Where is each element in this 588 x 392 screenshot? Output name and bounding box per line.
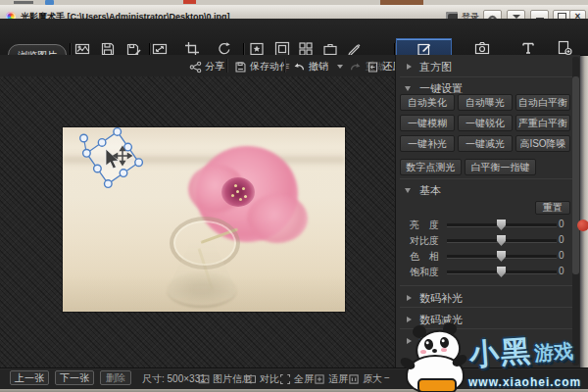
slider-contrast-handle[interactable] [497, 235, 506, 246]
flower-stamens [236, 190, 239, 193]
onekey-blur-button[interactable]: 一键模糊 [400, 115, 455, 131]
main-toolbar: 浏览图片 打开 保存 另存 尺寸 裁剪 旋转 素材 [0, 19, 588, 56]
restore-icon [367, 61, 379, 74]
onekey-dimlight-label: 一键减光 [466, 137, 505, 151]
slider-brightness-value: 0 [559, 219, 564, 229]
chevron-right-icon [407, 317, 412, 322]
flower-petals [247, 194, 308, 243]
section-histogram[interactable]: 直方图 [396, 58, 574, 75]
slider-saturation-handle[interactable] [497, 267, 506, 277]
text-T-icon [520, 40, 536, 56]
fit-screen-label: 适屏 [328, 372, 348, 386]
digital-spot-metering-label: 数字点测光 [407, 161, 456, 174]
chevron-down-icon [405, 86, 411, 91]
watermark-page-icon [557, 40, 572, 56]
zoom-out-label: − [384, 372, 390, 383]
window-frame-right [580, 19, 588, 388]
section-digital-filllight-label: 数码补光 [419, 292, 463, 304]
fullscreen-button[interactable]: 全屏 [279, 372, 314, 386]
save-action-button[interactable]: 保存动作 [234, 60, 289, 74]
section-clarity-label: 清晰度 [419, 335, 452, 347]
adjust-panel: 直方图 一键设置 自动美化 自动曝光 自动白平衡 一键模糊 一键锐化 严重白平衡… [395, 55, 580, 368]
rotation-handle[interactable] [80, 134, 88, 142]
slider-saturation-value: 0 [559, 266, 564, 276]
chevron-right-icon [407, 295, 412, 301]
high-iso-denoise-label: 高ISO降噪 [519, 137, 565, 151]
compare-button[interactable]: 对比 [245, 372, 279, 386]
slider-contrast: 对比度 0 [396, 233, 574, 247]
onekey-filllight-button[interactable]: 一键补光 [400, 135, 455, 152]
section-onekey-label: 一键设置 [419, 82, 463, 94]
next-image-label: 下一张 [60, 371, 89, 385]
auto-exposure-button[interactable]: 自动曝光 [458, 94, 513, 111]
image-size-readout: 尺寸: 500×331 [142, 372, 206, 386]
onekey-filllight-label: 一键补光 [408, 137, 447, 151]
section-basic[interactable]: 基本 [396, 181, 574, 199]
panel-scrollbar-thumb[interactable] [572, 76, 579, 274]
selection-marquee[interactable] [71, 116, 153, 198]
undo-dropdown-caret[interactable] [337, 65, 343, 69]
section-digital-dimlight-label: 数码减光 [419, 314, 463, 325]
undo-button[interactable]: 撤销 [292, 60, 328, 74]
original-size-button[interactable]: 原大 [348, 372, 382, 386]
digital-spot-metering-button[interactable]: 数字点测光 [400, 159, 462, 175]
title-bar: 光影魔术手 [C:\Users\Administrator\Desktop\0.… [0, 5, 588, 20]
slider-contrast-value: 0 [559, 234, 564, 245]
image-size-label: 尺寸: 500×331 [142, 372, 206, 386]
share-button[interactable]: 分享 [189, 60, 224, 74]
auto-whitebalance-label: 自动白平衡 [518, 96, 567, 110]
redo-icon [349, 61, 363, 74]
compare-label: 对比 [260, 372, 279, 386]
delete-image-button[interactable]: 删除 [100, 370, 131, 385]
severe-whitebalance-button[interactable]: 严重白平衡 [515, 115, 570, 131]
auto-whitebalance-button[interactable]: 自动白平衡 [515, 94, 570, 111]
onekey-blur-label: 一键模糊 [408, 117, 447, 130]
slider-saturation-track[interactable] [447, 270, 557, 274]
slider-contrast-track[interactable] [447, 239, 557, 243]
photo-bottom-shade [63, 274, 345, 312]
chevron-right-icon [407, 64, 412, 70]
slider-hue-track[interactable] [447, 255, 557, 259]
undo-label: 撤销 [309, 60, 328, 74]
image-info-button[interactable]: 图片信息 [198, 372, 252, 386]
panel-divider [400, 307, 572, 308]
panel-divider [400, 285, 572, 286]
action-separator [226, 59, 227, 73]
background-window-text-fragment [14, 1, 33, 4]
whitebalance-onetouch-button[interactable]: 白平衡一指键 [465, 159, 536, 175]
save-action-label: 保存动作 [250, 60, 289, 74]
prev-image-button[interactable]: 上一张 [10, 370, 49, 385]
section-histogram-label: 直方图 [419, 61, 452, 73]
panel-divider [400, 178, 572, 179]
zoom-out-button[interactable]: − [384, 372, 390, 383]
original-size-label: 原大 [363, 372, 382, 386]
slider-saturation-label: 饱和度 [410, 266, 439, 279]
image-info-icon [198, 373, 210, 385]
slider-brightness-track[interactable] [447, 223, 557, 227]
section-clarity[interactable]: 清晰度 [396, 332, 574, 350]
fit-screen-button[interactable]: 适屏 [314, 372, 348, 386]
action-separator [284, 59, 285, 73]
section-digital-dimlight[interactable]: 数码减光 [396, 311, 574, 328]
high-iso-denoise-button[interactable]: 高ISO降噪 [515, 135, 570, 152]
delete-image-label: 删除 [106, 371, 125, 385]
prev-image-label: 上一张 [15, 371, 44, 385]
slider-brightness-handle[interactable] [497, 220, 506, 230]
onekey-sharpen-button[interactable]: 一键锐化 [458, 115, 513, 131]
fullscreen-label: 全屏 [294, 372, 314, 386]
section-digital-filllight[interactable]: 数码补光 [396, 289, 574, 307]
panel-scrollbar[interactable] [572, 57, 579, 366]
slider-hue-handle[interactable] [497, 251, 506, 262]
chevron-down-icon [405, 188, 411, 193]
slider-hue-label: 色 相 [410, 250, 439, 264]
slider-hue-value: 0 [559, 250, 564, 261]
share-label: 分享 [205, 60, 224, 74]
next-image-button[interactable]: 下一张 [55, 370, 94, 385]
reset-label: 重置 [543, 201, 563, 215]
reset-button[interactable]: 重置 [535, 201, 570, 215]
auto-beautify-button[interactable]: 自动美化 [400, 94, 455, 111]
onekey-dimlight-button[interactable]: 一键减光 [458, 135, 513, 152]
slider-brightness-label: 亮 度 [410, 219, 439, 232]
severe-whitebalance-label: 严重白平衡 [518, 117, 567, 130]
auto-beautify-label: 自动美化 [408, 96, 447, 110]
